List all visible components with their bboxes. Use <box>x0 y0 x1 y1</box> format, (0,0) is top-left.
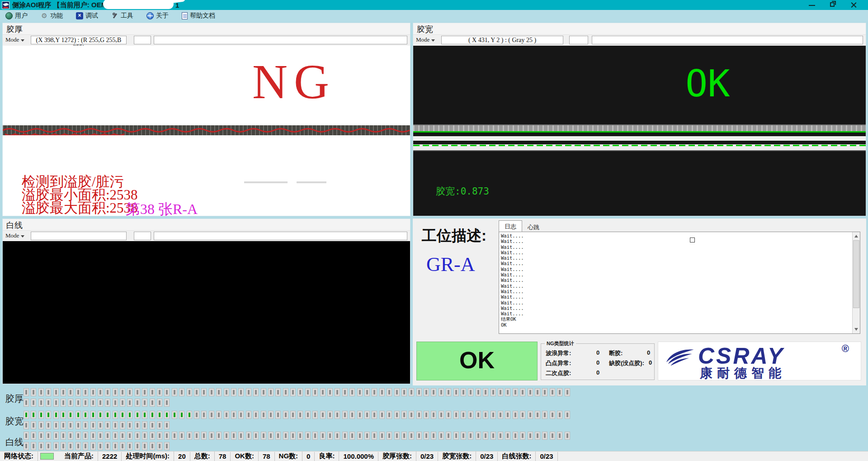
indicator-cell <box>209 432 214 440</box>
pixel-coordinate-readout: ( X 431, Y 2 ) : ( Gray 25 ) <box>441 36 563 44</box>
indicator-group-label: 胶宽 <box>5 415 24 428</box>
indicator-cell <box>231 388 236 396</box>
ng-stat-label: 波浪异常: <box>546 349 571 357</box>
indicator-cell <box>290 388 296 396</box>
mode-dropdown[interactable]: Mode <box>416 36 439 44</box>
log-line: Wait.... <box>501 300 851 305</box>
indicator-cell <box>542 432 547 440</box>
scroll-down-icon[interactable] <box>854 328 858 331</box>
menu-item-user[interactable]: 用户 <box>3 11 32 21</box>
indicator-cell <box>164 399 170 407</box>
log-line: Wait.... <box>501 305 851 311</box>
indicator-cell <box>38 442 44 450</box>
mode-dropdown[interactable]: Mode <box>5 36 29 44</box>
scrollbar-thumb[interactable] <box>853 240 859 308</box>
indicator-cell <box>157 432 162 440</box>
indicator-cell <box>542 411 547 419</box>
menu-item-about[interactable]: 关于 <box>144 11 173 21</box>
menu-item-functions[interactable]: ⚙ 功能 <box>38 11 67 21</box>
indicator-cell <box>557 432 562 440</box>
indicator-cell <box>68 421 73 429</box>
tab-heartbeat[interactable]: 心跳 <box>522 222 545 232</box>
status-value: 78 <box>259 452 275 461</box>
indicator-cell <box>320 411 326 419</box>
indicator-cell <box>431 411 436 419</box>
indicator-cell <box>120 399 125 407</box>
glue-width-image[interactable]: OK 胶宽:0.873 <box>413 46 866 216</box>
menu-item-debug[interactable]: × 调试 <box>73 11 102 21</box>
indicator-cell <box>83 442 88 450</box>
indicator-row <box>24 399 170 407</box>
indicator-cell <box>275 432 281 440</box>
indicator-cell <box>401 432 407 440</box>
indicator-cell <box>98 411 103 419</box>
indicator-cell <box>68 399 73 407</box>
indicator-cell <box>394 388 400 396</box>
indicator-cell <box>157 388 162 396</box>
indicator-cell <box>275 411 281 419</box>
indicator-cell <box>83 388 88 396</box>
log-scrollbar[interactable] <box>852 232 860 333</box>
menu-item-tools[interactable]: 工具 <box>108 11 137 21</box>
indicator-row <box>24 421 170 429</box>
log-line: Wait.... <box>501 294 851 299</box>
indicator-cell <box>491 388 496 396</box>
indicator-cell <box>38 432 44 440</box>
white-line-image[interactable] <box>3 241 410 384</box>
log-lines: Wait....Wait....Wait....Wait....Wait....… <box>501 233 851 333</box>
status-value: 0/23 <box>536 452 557 461</box>
indicator-cell <box>542 388 547 396</box>
status-label: NG数: <box>275 451 303 461</box>
indicator-cell <box>224 411 229 419</box>
indicator-cell <box>187 388 192 396</box>
indicator-cell <box>68 388 73 396</box>
indicator-cell <box>372 388 377 396</box>
indicator-cell <box>335 411 340 419</box>
indicator-cell <box>424 411 429 419</box>
restore-button[interactable] <box>823 0 844 10</box>
pixel-coordinate-readout <box>31 232 127 240</box>
chevron-down-icon <box>21 235 24 238</box>
mode-dropdown[interactable]: Mode <box>5 232 29 240</box>
indicator-cell <box>387 411 392 419</box>
indicator-cell <box>394 411 400 419</box>
indicator-cell <box>565 388 570 396</box>
indicator-cell <box>120 388 125 396</box>
indicator-cell <box>416 388 422 396</box>
indicator-cell <box>349 388 355 396</box>
indicator-cell <box>24 442 29 450</box>
indicator-cell <box>135 388 140 396</box>
indicator-cell <box>127 421 132 429</box>
tab-log[interactable]: 日志 <box>499 220 522 232</box>
indicator-cell <box>483 388 488 396</box>
overall-result-ok-button[interactable]: OK <box>416 342 538 380</box>
indicator-cell <box>231 411 236 419</box>
ng-stat-label: 凸点异常: <box>546 359 571 367</box>
indicator-cell <box>349 411 355 419</box>
indicator-cell <box>461 432 466 440</box>
indicator-cell <box>283 411 288 419</box>
menu-label: 用户 <box>15 12 28 20</box>
defect-message-text: 检测到溢胶/脏污 溢胶最小面积:2538 溢胶最大面积:2538 <box>22 175 138 214</box>
indicator-cell <box>224 388 229 396</box>
indicator-cell <box>201 411 207 419</box>
status-label: 当前产品: <box>60 451 98 461</box>
indicator-cell <box>349 432 355 440</box>
indicator-cell <box>209 411 214 419</box>
indicator-group-label: 白线 <box>5 436 24 448</box>
log-checkbox[interactable] <box>690 238 695 242</box>
indicator-cell <box>357 411 363 419</box>
indicator-cell <box>31 411 36 419</box>
log-line: Wait.... <box>501 261 851 266</box>
indicator-cell <box>120 411 125 419</box>
close-button[interactable] <box>844 0 864 10</box>
menu-item-help-doc[interactable]: 帮助文档 <box>179 11 219 21</box>
scroll-up-icon[interactable] <box>854 235 858 238</box>
indicator-cell <box>61 399 66 407</box>
minimize-button[interactable] <box>802 0 823 10</box>
indicator-cell <box>142 421 147 429</box>
chevron-down-icon <box>431 39 435 42</box>
indicator-cell <box>142 432 147 440</box>
glue-thickness-image[interactable]: NG 检测到溢胶/脏污 溢胶最小面积:2538 溢胶最大面积:2538 第38 … <box>3 46 410 216</box>
log-line: 结果OK <box>501 316 851 322</box>
